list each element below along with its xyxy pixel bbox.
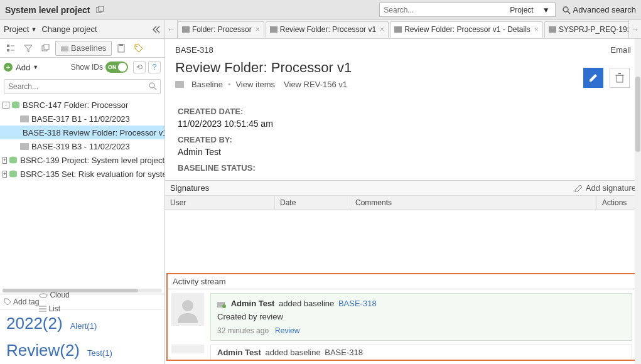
svg-rect-23 — [617, 75, 623, 82]
tree-node[interactable]: +BSRC-139 Project: System level project — [0, 153, 164, 167]
tab-label: Review Folder: Processor v1 - Details — [404, 25, 531, 34]
tag-list-view[interactable]: List — [39, 304, 161, 313]
clipboard-icon[interactable] — [113, 41, 129, 56]
activity-review-link[interactable]: Review — [275, 326, 299, 335]
tab-scroll-right-icon[interactable]: → — [628, 20, 641, 38]
activity-baseline-link[interactable]: BASE-318 — [325, 348, 363, 357]
activity-header: Activity stream — [168, 274, 636, 289]
svg-rect-10 — [61, 46, 68, 51]
tab[interactable]: Review Folder: Processor v1× — [266, 21, 389, 38]
tree-view-icon[interactable] — [3, 41, 19, 56]
global-search-input[interactable] — [379, 3, 505, 17]
filter-icon[interactable] — [20, 41, 36, 56]
tag-icon[interactable] — [131, 41, 147, 56]
item-id: BASE-318 — [175, 45, 213, 55]
tree-node[interactable]: +BSRC-135 Set: Risk evaluation for syste… — [0, 167, 164, 181]
activity-body-text: Created by review — [217, 312, 625, 321]
svg-point-2 — [563, 7, 568, 12]
left-panel: Baselines + Add▼ Show IDs ON ⟲ ? -BSRC-1… — [0, 39, 165, 364]
signatures-section: Signatures Add signature User Date Comme… — [165, 180, 641, 273]
col-comments[interactable]: Comments — [350, 196, 597, 210]
add-signature-button[interactable]: Add signature — [574, 183, 636, 193]
tree-node[interactable]: BASE-319 B3 - 11/02/2023 — [0, 139, 164, 153]
tree: -BSRC-147 Folder: ProcessorBASE-317 B1 -… — [0, 97, 164, 182]
tree-node-label: BASE-317 B1 - 11/02/2023 — [31, 114, 130, 124]
close-icon[interactable]: × — [534, 25, 539, 34]
close-icon[interactable]: × — [380, 25, 384, 34]
refresh-icon[interactable]: ⟲ — [133, 61, 146, 73]
edit-button[interactable] — [583, 68, 603, 88]
svg-point-28 — [222, 304, 226, 308]
avatar-icon — [171, 345, 204, 353]
baselines-button[interactable]: Baselines — [55, 41, 112, 56]
add-button[interactable]: + Add▼ — [4, 63, 38, 72]
email-link[interactable]: Email — [610, 45, 631, 55]
tree-node-label: BSRC-147 Folder: Processor — [23, 100, 128, 110]
tree-node-label: BSRC-139 Project: System level project — [20, 156, 164, 165]
tab-label: Review Folder: Processor v1 — [280, 25, 376, 34]
signatures-table-body — [165, 210, 641, 273]
view-rev-link[interactable]: View REV-156 v1 — [284, 80, 347, 89]
activity-user: Admin Test — [231, 299, 275, 308]
versions-icon[interactable] — [38, 41, 54, 56]
window-icon[interactable] — [96, 6, 105, 14]
add-tag-button[interactable]: Add tag — [4, 297, 39, 306]
activity-stream-section: Activity stream Admin Test added baselin… — [166, 273, 637, 361]
activity-baseline-link[interactable]: BASE-318 — [338, 299, 377, 308]
folder-icon — [20, 115, 29, 122]
database-icon — [9, 170, 18, 178]
col-date[interactable]: Date — [275, 196, 350, 210]
second-bar: Project▼ Change project ← Folder: Proces… — [0, 20, 641, 39]
expand-icon[interactable]: + — [3, 171, 7, 178]
col-user[interactable]: User — [165, 196, 275, 210]
project-menu[interactable]: Project▼ — [4, 24, 36, 34]
search-scope-dropdown[interactable]: Project ▼ — [505, 3, 555, 17]
tag[interactable]: Test(1) — [87, 348, 112, 358]
project-title: System level project — [5, 5, 90, 15]
tag[interactable]: Alert(1) — [70, 321, 97, 331]
svg-line-3 — [568, 11, 570, 14]
tree-node-label: BASE-319 B3 - 11/02/2023 — [31, 142, 130, 151]
help-icon[interactable]: ? — [148, 61, 161, 73]
tab[interactable]: Review Folder: Processor v1 - Details× — [390, 21, 543, 38]
tree-search-input[interactable] — [4, 79, 161, 94]
tree-node-label: BSRC-135 Set: Risk evaluation for system… — [20, 169, 164, 179]
expand-icon[interactable]: - — [3, 102, 9, 109]
expand-icon[interactable]: + — [3, 157, 7, 164]
advanced-search-link[interactable]: Advanced search — [562, 5, 636, 14]
tag[interactable]: 2022(2) — [6, 314, 63, 333]
vertical-scrollbar[interactable] — [635, 39, 641, 364]
search-scope-label: Project — [510, 6, 533, 14]
signatures-table-header: User Date Comments Actions — [165, 196, 641, 210]
activity-item: Admin Test added baseline BASE-318 — [168, 345, 636, 360]
svg-rect-4 — [7, 45, 9, 47]
svg-point-13 — [136, 46, 137, 47]
tab-scroll-left-icon[interactable]: ← — [165, 20, 178, 38]
show-ids-label: Show IDs — [71, 63, 103, 72]
top-bar: System level project Project ▼ Advanced … — [0, 0, 641, 20]
created-by-label: CREATED BY: — [178, 135, 628, 144]
svg-rect-9 — [44, 45, 49, 50]
page-title: Review Folder: Processor v1 — [175, 60, 631, 76]
svg-point-26 — [182, 300, 193, 311]
collapse-sidebar-icon[interactable] — [152, 26, 161, 33]
tree-node[interactable]: -BSRC-147 Folder: Processor — [0, 98, 164, 112]
created-date-value: 11/02/2023 10:51:45 am — [178, 119, 628, 129]
tabs-area: Folder: Processor×Review Folder: Process… — [178, 20, 628, 38]
right-panel: BASE-318 Email Review Folder: Processor … — [165, 39, 641, 364]
folder-icon — [270, 26, 277, 33]
baseline-type-label: Baseline — [191, 80, 223, 89]
tab[interactable]: Folder: Processor× — [178, 21, 264, 38]
signatures-header: Signatures — [170, 183, 209, 193]
show-ids-toggle[interactable]: ON — [105, 62, 128, 73]
tab[interactable]: SYSPRJ-P_REQ-19:Proce× — [544, 21, 628, 38]
tree-node[interactable]: BASE-318 Review Folder: Processor v1 — [0, 126, 164, 139]
close-icon[interactable]: × — [256, 25, 260, 34]
delete-button[interactable] — [610, 68, 630, 88]
change-project-link[interactable]: Change project — [41, 24, 97, 34]
folder-icon — [394, 26, 402, 33]
tag[interactable]: Review(2) — [6, 341, 80, 360]
view-items-link[interactable]: View items — [235, 80, 275, 89]
tree-node[interactable]: BASE-317 B1 - 11/02/2023 — [0, 112, 164, 126]
tag-cloud-view[interactable]: Cloud — [39, 291, 161, 299]
